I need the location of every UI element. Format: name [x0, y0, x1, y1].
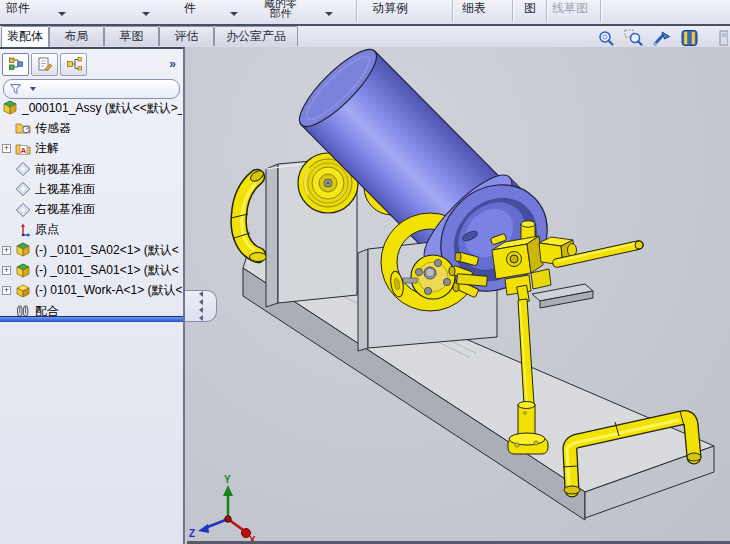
tree-item-label: 传感器 [35, 120, 71, 137]
splitter-arrow-icon [199, 299, 203, 305]
tree-item[interactable]: 前视基准面 [0, 159, 182, 179]
graphics-viewport[interactable]: Y Z X [187, 47, 730, 544]
tree-item-label: 上视基准面 [35, 181, 95, 198]
panel-splitter-handle[interactable] [185, 290, 217, 322]
bolt-flange[interactable] [411, 255, 455, 299]
toolbar-separator [600, 0, 601, 22]
zoom-to-fit-icon[interactable] [596, 29, 616, 47]
feature-tree: _000101_Assy (默认<<默认>_传感器+注解前视基准面上视基准面右视… [0, 98, 182, 321]
tree-item[interactable]: +(-) _0101_SA02<1> (默认< [0, 240, 182, 260]
triad-x-label: X [249, 535, 256, 542]
propertymanager-tab[interactable] [31, 53, 58, 76]
sensors-icon [15, 120, 31, 136]
tab-assembly[interactable]: 装配体 [1, 26, 49, 47]
toolbar-button-label[interactable]: 件 [184, 0, 196, 17]
plane-icon [15, 202, 31, 218]
triad-z-label: Z [189, 528, 195, 539]
tree-item-label: 前视基准面 [35, 161, 95, 178]
panel-tab-strip: » [0, 49, 183, 77]
tab-item-3[interactable]: 评估 [159, 26, 214, 46]
toolbar-button-label[interactable]: 细表 [462, 0, 486, 17]
tree-expander[interactable]: + [2, 286, 11, 295]
toolbar-button-label[interactable]: 图 [524, 0, 536, 17]
dropdown-arrow-icon[interactable] [325, 12, 333, 16]
configurationmanager-tab[interactable] [60, 53, 87, 76]
tab-item-2[interactable]: 草图 [104, 26, 159, 46]
tree-item[interactable]: +(-) 0101_Work-A<1> (默认< [0, 281, 182, 301]
tree-expander[interactable]: + [2, 144, 11, 153]
zoom-to-area-icon[interactable] [624, 29, 644, 47]
tree-item[interactable]: 上视基准面 [0, 179, 182, 199]
filter-input[interactable] [36, 82, 174, 96]
tree-item-label: (-) _0101_SA02<1> (默认< [35, 242, 179, 259]
solidworks-assembly-window: { "toolbar": { "items": [ {"t":"label","… [0, 0, 730, 544]
tree-item-label: (-) _0101_SA01<1> (默认< [35, 262, 179, 279]
tree-item[interactable]: 右视基准面 [0, 199, 182, 219]
tree-item-label: _000101_Assy (默认<<默认>_ [22, 100, 182, 117]
assembly-icon [2, 100, 18, 116]
plane-icon [15, 181, 31, 197]
tab-item-4[interactable]: 办公室产品 [214, 26, 298, 46]
bent-pipe-handle[interactable] [231, 169, 267, 262]
tree-expander[interactable]: + [2, 266, 11, 275]
assembly-icon [15, 242, 31, 258]
tree-item[interactable]: +注解 [0, 139, 182, 159]
toolbar-button-label[interactable]: 动算例 [372, 0, 408, 17]
annotations-icon [15, 141, 31, 157]
clipped-edge-icon[interactable] [708, 29, 728, 47]
tree-item[interactable]: 传感器 [0, 118, 182, 138]
orientation-triad: Y Z X [189, 474, 256, 542]
toolbar-button-label[interactable]: 线草图 [552, 0, 588, 17]
tree-item[interactable]: +(-) _0101_SA01<1> (默认< [0, 260, 182, 280]
plane-icon [15, 161, 31, 177]
propertymanager-icon [37, 56, 53, 72]
splitter-arrow-icon [199, 291, 203, 297]
dropdown-arrow-icon[interactable] [142, 12, 150, 16]
toolbar-separator [452, 0, 453, 22]
tree-item-label: (-) 0101_Work-A<1> (默认< [35, 282, 182, 299]
toolbar-button-label[interactable]: 部件 [6, 0, 30, 17]
assembly-icon [15, 263, 31, 279]
origin-icon [15, 222, 31, 238]
tree-filter-field[interactable] [3, 79, 180, 99]
tree-expander[interactable]: + [2, 246, 11, 255]
view-orientation-icon[interactable] [652, 29, 672, 47]
tree-item[interactable]: 原点 [0, 220, 182, 240]
featuremanager-panel: » _000101_Assy (默认<<默认>_传感器+注解前视基准面上视基准面… [0, 47, 185, 544]
tree-item-label: 右视基准面 [35, 201, 95, 218]
configurationmanager-icon [66, 56, 82, 72]
main-area: Y Z X » _000101_Assy (默认<<默认>_传感器+注解前视基准… [0, 47, 730, 544]
dropdown-arrow-icon[interactable] [58, 12, 66, 16]
panel-expand-chevron[interactable]: » [169, 57, 180, 71]
toolbar-separator [546, 0, 547, 22]
filter-funnel-icon[interactable] [9, 82, 23, 96]
tab-item-1[interactable]: 布局 [49, 26, 104, 46]
model-scene: Y Z X [187, 47, 730, 542]
splitter-arrow-icon [199, 315, 203, 321]
rollback-bar[interactable] [0, 316, 183, 322]
toolbar-button-label[interactable]: 藏的零部件 [264, 0, 297, 18]
section-view-icon[interactable] [680, 29, 700, 47]
tree-item[interactable]: _000101_Assy (默认<<默认>_ [0, 98, 182, 118]
dropdown-arrow-icon[interactable] [230, 12, 238, 16]
splitter-arrow-icon [199, 307, 203, 313]
featuremanager-tree-icon [8, 56, 24, 72]
tree-item-label: 原点 [35, 221, 59, 238]
heads-up-view-toolbar [596, 29, 728, 47]
command-manager-toolbar: 部件件藏的零部件动算例细表图线草图 [0, 0, 730, 26]
toolbar-separator [512, 0, 513, 22]
triad-y-label: Y [224, 474, 231, 485]
featuremanager-tree-tab[interactable] [2, 53, 29, 76]
tree-item-label: 注解 [35, 140, 59, 157]
toolbar-separator [356, 0, 357, 22]
part-icon [15, 283, 31, 299]
